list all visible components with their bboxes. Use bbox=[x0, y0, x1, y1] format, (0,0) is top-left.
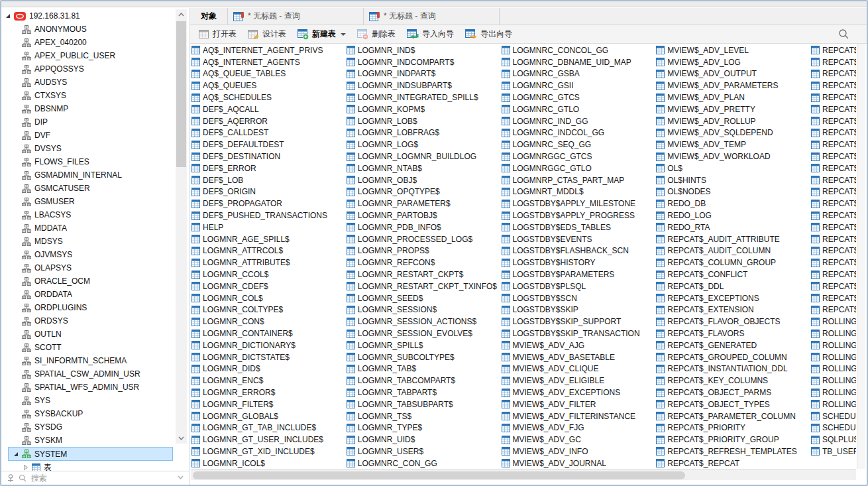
table-item[interactable]: REPCAT$_AUDIT_COLUMN bbox=[656, 245, 810, 257]
sidebar-item-gsmcatuser[interactable]: GSMCATUSER bbox=[1, 182, 189, 195]
sidebar-connection-row[interactable]: 192.168.31.81 bbox=[1, 9, 189, 23]
table-item[interactable]: LOGMNRC_IND_GG bbox=[502, 115, 656, 127]
table-item[interactable]: REPCAT$ bbox=[811, 68, 856, 80]
table-item[interactable]: REPCAT$_OBJECT_TYPES bbox=[656, 398, 810, 410]
expand-triangle-icon[interactable] bbox=[5, 13, 11, 19]
sidebar-item-lbacsys[interactable]: LBACSYS bbox=[1, 208, 189, 221]
table-item[interactable]: REPCAT$_AUDIT_ATTRIBUTE bbox=[656, 233, 810, 245]
table-item[interactable]: MVIEW$_ADV_PLAN bbox=[656, 91, 810, 103]
sidebar-item-oracle_ocm[interactable]: ORACLE_OCM bbox=[1, 274, 189, 288]
table-item[interactable]: DEF$_DEFAULTDEST bbox=[191, 139, 346, 151]
table-item[interactable]: REDO_LOG bbox=[656, 210, 810, 221]
table-item[interactable]: REPCAT$ bbox=[811, 56, 856, 68]
table-item[interactable]: DEF$_AQCALL bbox=[191, 103, 346, 115]
table-item[interactable]: LOGMNR_SPILL$ bbox=[347, 339, 501, 351]
table-item[interactable]: DEF$_DESTINATION bbox=[191, 151, 346, 162]
sidebar-item-anonymous[interactable]: ANONYMOUS bbox=[1, 23, 189, 36]
table-item[interactable]: LOGMNRGGC_GTLO bbox=[502, 162, 656, 174]
open-table-button[interactable]: 打开表 bbox=[199, 29, 237, 40]
sidebar-scrollbar-thumb[interactable] bbox=[176, 21, 186, 167]
table-item[interactable]: MVIEW$_ADV_BASETABLE bbox=[502, 351, 656, 363]
table-item[interactable]: OL$HINTS bbox=[656, 174, 810, 186]
table-item[interactable]: AQ$_INTERNET_AGENT_PRIVS bbox=[191, 44, 346, 56]
table-item[interactable]: REPCAT$_FLAVORS bbox=[656, 328, 810, 339]
sidebar-search-bar[interactable]: 搜索 bbox=[1, 471, 189, 485]
table-item[interactable]: LOGMNR_NTAB$ bbox=[347, 162, 501, 174]
table-item[interactable]: LOGMNR_TS$ bbox=[347, 410, 501, 422]
new-table-button[interactable]: 新建表 bbox=[298, 29, 346, 40]
table-item[interactable]: LOGSTDBY$HISTORY bbox=[502, 257, 656, 269]
table-item[interactable]: LOGMNR_PROPS$ bbox=[347, 245, 501, 257]
table-item[interactable]: LOGMNR_TAB$ bbox=[347, 363, 501, 375]
table-item[interactable]: LOGMNR_RESTART_CKPT_TXINFO$ bbox=[347, 280, 501, 292]
horizontal-scrollbar-thumb[interactable] bbox=[193, 471, 685, 479]
table-item[interactable]: LOGMNRC_GTCS bbox=[502, 91, 656, 103]
table-item[interactable]: LOGMNRC_GSII bbox=[502, 80, 656, 91]
table-item[interactable]: LOGMNR_DID$ bbox=[191, 363, 346, 375]
table-item[interactable]: MVIEW$_ADV_FILTER bbox=[502, 398, 656, 410]
table-item[interactable]: LOGMNR_INDPART$ bbox=[347, 68, 501, 80]
table-item[interactable]: LOGMNR_SUBCOLTYPE$ bbox=[347, 351, 501, 363]
table-item[interactable]: LOGMNR_SESSION_ACTIONS$ bbox=[347, 316, 501, 328]
table-item[interactable]: LOGMNR_SESSION$ bbox=[347, 304, 501, 316]
table-item[interactable]: LOGMNRC_CON_GG bbox=[347, 457, 501, 469]
table-item[interactable]: LOGMNR_GT_XID_INCLUDE$ bbox=[191, 446, 346, 457]
sidebar-item-ordplugins[interactable]: ORDPLUGINS bbox=[1, 301, 189, 314]
table-item[interactable]: LOGMNR_PARAMETER$ bbox=[347, 198, 501, 210]
search-icon[interactable] bbox=[838, 29, 849, 40]
table-item[interactable]: LOGSTDBY$EVENTS bbox=[502, 233, 656, 245]
table-item[interactable]: ROLLING bbox=[811, 398, 856, 410]
table-item[interactable]: REPCAT$_COLUMN_GROUP bbox=[656, 257, 810, 269]
table-item[interactable]: REPCAT$_EXCEPTIONS bbox=[656, 292, 810, 304]
sidebar-item-sys[interactable]: SYS bbox=[1, 394, 189, 407]
sidebar-item-flows_files[interactable]: FLOWS_FILES bbox=[1, 155, 189, 168]
table-item[interactable]: LOGMNR_ATTRCOL$ bbox=[191, 245, 346, 257]
table-item[interactable]: TB_USER bbox=[811, 446, 856, 457]
table-item[interactable]: MVIEW$_ADV_ROLLUP bbox=[656, 115, 810, 127]
table-item[interactable]: DEF$_AQERROR bbox=[191, 115, 346, 127]
table-item[interactable]: REDO_RTA bbox=[656, 221, 810, 233]
table-item[interactable]: LOGSTDBY$PARAMETERS bbox=[502, 269, 656, 280]
table-item[interactable]: ROLLING bbox=[811, 375, 856, 387]
table-item[interactable]: MVIEW$_ADV_INFO bbox=[502, 446, 656, 457]
table-item[interactable]: MVIEW$_ADV_TEMP bbox=[656, 139, 810, 151]
table-item[interactable]: REPCAT$ bbox=[811, 162, 856, 174]
table-item[interactable]: LOGSTDBY$SCN bbox=[502, 292, 656, 304]
table-item[interactable]: ROLLING bbox=[811, 339, 856, 351]
table-item[interactable]: LOGMNR_AGE_SPILL$ bbox=[191, 233, 346, 245]
sidebar-item-syskm[interactable]: SYSKM bbox=[1, 434, 189, 447]
table-item[interactable]: REPCAT$ bbox=[811, 198, 856, 210]
collapse-triangle-icon[interactable] bbox=[23, 465, 28, 470]
table-item[interactable]: ROLLING bbox=[811, 351, 856, 363]
tab-query-1[interactable]: * 无标题 - 查询 bbox=[228, 8, 364, 25]
table-item[interactable]: REPCAT$_CONFLICT bbox=[656, 269, 810, 280]
table-item[interactable]: LOGMNR_SESSION_EVOLVE$ bbox=[347, 328, 501, 339]
sidebar-item-gsmadmin_internal[interactable]: GSMADMIN_INTERNAL bbox=[1, 168, 189, 182]
table-item[interactable]: LOGMNR_OPQTYPE$ bbox=[347, 186, 501, 198]
sidebar-item-sysbackup[interactable]: SYSBACKUP bbox=[1, 407, 189, 420]
table-item[interactable]: LOGMNR_LOGMNR_BUILDLOG bbox=[347, 151, 501, 162]
table-item[interactable]: LOGMNR_OBJ$ bbox=[347, 174, 501, 186]
table-item[interactable]: REPCAT$ bbox=[811, 280, 856, 292]
table-item[interactable]: REPCAT$ bbox=[811, 304, 856, 316]
table-item[interactable]: LOGMNR_PARTOBJ$ bbox=[347, 210, 501, 221]
table-item[interactable]: LOGMNR_ATTRIBUTE$ bbox=[191, 257, 346, 269]
table-item[interactable]: REPCAT$_DDL bbox=[656, 280, 810, 292]
table-item[interactable]: REPCAT$_EXTENSION bbox=[656, 304, 810, 316]
table-item[interactable]: REPCAT$_OBJECT_PARMS bbox=[656, 387, 810, 398]
design-table-button[interactable]: 设计表 bbox=[248, 29, 286, 40]
table-item[interactable]: LOGMNR_LOG$ bbox=[347, 139, 501, 151]
table-item[interactable]: LOGMNR_GT_USER_INCLUDE$ bbox=[191, 434, 346, 446]
table-item[interactable]: LOGMNR_DICTIONARY$ bbox=[191, 339, 346, 351]
table-item[interactable]: MVIEW$_ADV_AJG bbox=[502, 339, 656, 351]
table-item[interactable]: MVIEW$_ADV_PARAMETERS bbox=[656, 80, 810, 91]
table-item[interactable]: LOGMNR_GT_TAB_INCLUDE$ bbox=[191, 422, 346, 434]
table-item[interactable]: REPCAT$_GENERATED bbox=[656, 339, 810, 351]
table-item[interactable]: AQ$_QUEUES bbox=[191, 80, 346, 91]
table-item[interactable]: MVIEW$_ADV_ELIGIBLE bbox=[502, 375, 656, 387]
table-item[interactable]: LOGMNRC_INDCOL_GG bbox=[502, 127, 656, 139]
table-item[interactable]: REPCAT$ bbox=[811, 127, 856, 139]
table-item[interactable]: REPCAT$ bbox=[811, 139, 856, 151]
main-vertical-scrollbar[interactable] bbox=[857, 44, 865, 469]
table-item[interactable]: REPCAT$ bbox=[811, 269, 856, 280]
